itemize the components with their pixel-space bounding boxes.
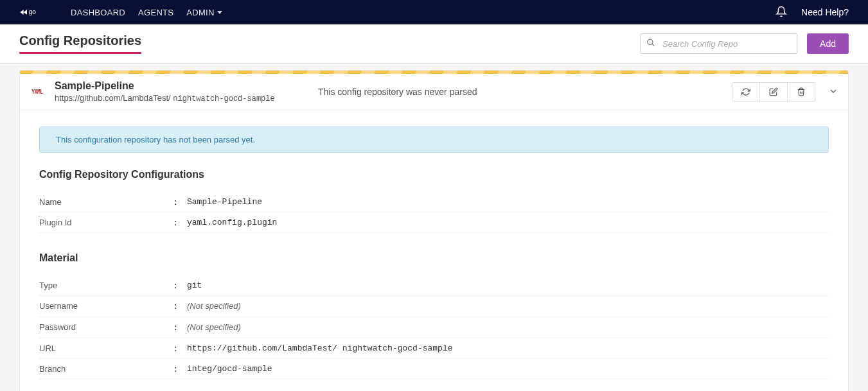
navbar: go DASHBOARD AGENTS ADMIN Need Help? [0, 0, 868, 24]
nav-agents[interactable]: AGENTS [138, 8, 173, 17]
repo-actions [732, 82, 838, 101]
page-title: Config Repositories [19, 33, 141, 54]
kv-key: Name [39, 197, 174, 207]
collapse-button[interactable] [828, 86, 838, 98]
edit-button[interactable] [759, 82, 788, 101]
material-row-type: Type : git [39, 275, 829, 296]
kv-value: https://github.com/LambdaTest/ nightwatc… [187, 343, 829, 353]
material-table: Type : git Username : (Not specified) Pa… [39, 275, 829, 379]
yaml-icon: YAML [30, 89, 45, 95]
kv-key: Branch [39, 364, 174, 374]
delete-button[interactable] [787, 82, 815, 101]
config-row-plugin: Plugin Id : yaml.config.plugin [39, 213, 829, 233]
repo-meta: Sample-Pipeline https://github.com/Lambd… [55, 80, 308, 103]
kv-value: (Not specified) [187, 301, 829, 311]
material-row-username: Username : (Not specified) [39, 296, 829, 317]
nav-links: DASHBOARD AGENTS ADMIN [71, 8, 775, 17]
bell-icon[interactable] [775, 6, 787, 19]
page-header: Config Repositories Add [0, 24, 868, 64]
config-row-name: Name : Sample-Pipeline [39, 192, 829, 213]
kv-value: git [187, 281, 829, 290]
gocd-logo[interactable]: go [19, 6, 45, 19]
caret-down-icon [217, 10, 222, 15]
header-actions: Add [640, 33, 849, 54]
nav-admin[interactable]: ADMIN [186, 8, 222, 17]
kv-key: Username [39, 301, 174, 311]
add-button[interactable]: Add [807, 33, 849, 54]
nav-dashboard[interactable]: DASHBOARD [71, 8, 125, 17]
repo-header: YAML Sample-Pipeline https://github.com/… [20, 74, 848, 110]
svg-point-1 [648, 39, 653, 44]
kv-value: (Not specified) [187, 322, 829, 333]
kv-key: Type [39, 281, 174, 290]
refresh-icon [741, 87, 750, 96]
repo-body: This configuration repository has not be… [20, 110, 848, 391]
trash-icon [797, 87, 806, 96]
repo-card: YAML Sample-Pipeline https://github.com/… [19, 70, 849, 391]
material-row-url: URL : https://github.com/LambdaTest/ nig… [39, 338, 829, 359]
svg-line-2 [652, 44, 655, 46]
config-table: Name : Sample-Pipeline Plugin Id : yaml.… [39, 192, 829, 233]
kv-key: URL [39, 343, 174, 353]
material-row-password: Password : (Not specified) [39, 317, 829, 338]
repo-name: Sample-Pipeline [55, 80, 308, 92]
kv-value: yaml.config.plugin [187, 218, 829, 227]
svg-text:go: go [29, 8, 37, 15]
chevron-down-icon [828, 86, 838, 96]
material-row-branch: Branch : integ/gocd-sample [39, 359, 829, 379]
edit-icon [769, 87, 778, 96]
content: YAML Sample-Pipeline https://github.com/… [0, 64, 868, 391]
search-icon [646, 39, 655, 49]
material-section-title: Material [39, 252, 829, 264]
search-input[interactable] [640, 33, 797, 54]
repo-url: https://github.com/LambdaTest/ nightwatc… [55, 93, 308, 103]
repo-parse-status: This config repository was never parsed [318, 87, 722, 97]
nav-right: Need Help? [775, 6, 849, 19]
need-help-link[interactable]: Need Help? [801, 7, 849, 17]
search-wrap [640, 33, 797, 54]
kv-key: Plugin Id [39, 218, 174, 227]
info-banner: This configuration repository has not be… [39, 126, 829, 153]
kv-key: Password [39, 322, 174, 333]
kv-value: Sample-Pipeline [187, 197, 829, 207]
refresh-button[interactable] [732, 82, 760, 101]
config-section-title: Config Repository Configurations [39, 169, 829, 180]
kv-value: integ/gocd-sample [187, 364, 829, 374]
